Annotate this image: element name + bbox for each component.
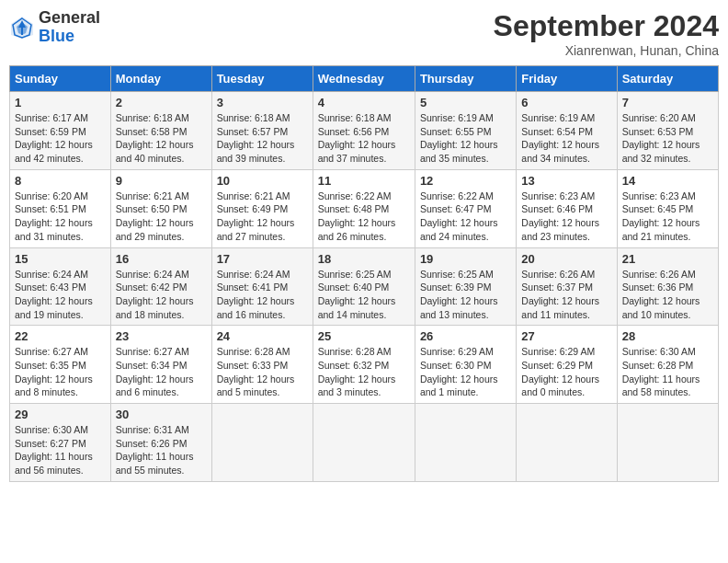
weekday-header-row: SundayMondayTuesdayWednesdayThursdayFrid… (10, 66, 719, 92)
calendar-cell (517, 404, 617, 482)
day-info: Sunrise: 6:24 AM Sunset: 6:42 PM Dayligh… (116, 268, 207, 322)
calendar-cell: 15Sunrise: 6:24 AM Sunset: 6:43 PM Dayli… (10, 247, 111, 326)
day-number: 7 (622, 96, 713, 109)
day-info: Sunrise: 6:26 AM Sunset: 6:36 PM Dayligh… (622, 268, 713, 322)
weekday-header: Wednesday (313, 66, 415, 92)
logo-text: General Blue (39, 9, 100, 46)
day-number: 24 (217, 329, 308, 343)
day-number: 30 (116, 408, 207, 421)
day-info: Sunrise: 6:24 AM Sunset: 6:41 PM Dayligh… (217, 268, 308, 322)
calendar-week-row: 1Sunrise: 6:17 AM Sunset: 6:59 PM Daylig… (10, 92, 719, 170)
day-number: 21 (622, 252, 713, 266)
logo-icon (9, 15, 35, 40)
weekday-header: Tuesday (211, 66, 313, 92)
location: Xianrenwan, Hunan, China (494, 43, 719, 58)
calendar-cell: 5Sunrise: 6:19 AM Sunset: 6:55 PM Daylig… (415, 92, 516, 170)
title-block: September 2024 Xianrenwan, Hunan, China (494, 9, 719, 58)
calendar-cell: 1Sunrise: 6:17 AM Sunset: 6:59 PM Daylig… (10, 92, 111, 170)
calendar-cell: 24Sunrise: 6:28 AM Sunset: 6:33 PM Dayli… (211, 326, 313, 404)
day-info: Sunrise: 6:18 AM Sunset: 6:57 PM Dayligh… (217, 111, 308, 166)
day-number: 17 (217, 252, 308, 266)
weekday-header: Saturday (617, 66, 718, 92)
day-number: 20 (521, 252, 611, 266)
day-number: 8 (15, 174, 106, 188)
day-number: 27 (521, 329, 611, 343)
day-info: Sunrise: 6:22 AM Sunset: 6:48 PM Dayligh… (318, 190, 410, 244)
day-number: 3 (217, 96, 308, 109)
day-info: Sunrise: 6:18 AM Sunset: 6:56 PM Dayligh… (318, 111, 410, 166)
calendar-cell: 2Sunrise: 6:18 AM Sunset: 6:58 PM Daylig… (110, 92, 211, 170)
calendar-cell (415, 404, 516, 482)
calendar-cell: 25Sunrise: 6:28 AM Sunset: 6:32 PM Dayli… (313, 326, 415, 404)
day-number: 15 (15, 252, 106, 266)
day-info: Sunrise: 6:30 AM Sunset: 6:27 PM Dayligh… (15, 423, 106, 477)
day-number: 18 (318, 252, 410, 266)
calendar-week-row: 22Sunrise: 6:27 AM Sunset: 6:35 PM Dayli… (10, 326, 719, 404)
day-info: Sunrise: 6:17 AM Sunset: 6:59 PM Dayligh… (15, 111, 106, 166)
weekday-header: Monday (110, 66, 211, 92)
calendar-cell: 9Sunrise: 6:21 AM Sunset: 6:50 PM Daylig… (110, 169, 211, 247)
day-number: 13 (521, 174, 611, 188)
day-number: 16 (116, 252, 207, 266)
day-info: Sunrise: 6:29 AM Sunset: 6:30 PM Dayligh… (420, 345, 511, 399)
day-info: Sunrise: 6:18 AM Sunset: 6:58 PM Dayligh… (116, 111, 207, 166)
calendar-cell: 29Sunrise: 6:30 AM Sunset: 6:27 PM Dayli… (10, 404, 111, 482)
calendar-cell: 12Sunrise: 6:22 AM Sunset: 6:47 PM Dayli… (415, 169, 516, 247)
day-info: Sunrise: 6:23 AM Sunset: 6:45 PM Dayligh… (622, 190, 713, 244)
day-info: Sunrise: 6:28 AM Sunset: 6:33 PM Dayligh… (217, 345, 308, 399)
calendar-cell: 4Sunrise: 6:18 AM Sunset: 6:56 PM Daylig… (313, 92, 415, 170)
day-number: 2 (116, 96, 207, 109)
calendar-cell: 10Sunrise: 6:21 AM Sunset: 6:49 PM Dayli… (211, 169, 313, 247)
day-number: 25 (318, 329, 410, 343)
calendar-cell (617, 404, 718, 482)
calendar-cell: 17Sunrise: 6:24 AM Sunset: 6:41 PM Dayli… (211, 247, 313, 326)
day-info: Sunrise: 6:21 AM Sunset: 6:50 PM Dayligh… (116, 190, 207, 244)
weekday-header: Thursday (415, 66, 516, 92)
calendar-table: SundayMondayTuesdayWednesdayThursdayFrid… (9, 65, 719, 482)
month-title: September 2024 (494, 9, 719, 43)
calendar-cell: 13Sunrise: 6:23 AM Sunset: 6:46 PM Dayli… (517, 169, 617, 247)
day-info: Sunrise: 6:24 AM Sunset: 6:43 PM Dayligh… (15, 268, 106, 322)
calendar-week-row: 15Sunrise: 6:24 AM Sunset: 6:43 PM Dayli… (10, 247, 719, 326)
day-info: Sunrise: 6:31 AM Sunset: 6:26 PM Dayligh… (116, 423, 207, 477)
day-info: Sunrise: 6:26 AM Sunset: 6:37 PM Dayligh… (521, 268, 611, 322)
day-number: 29 (15, 408, 106, 421)
day-number: 1 (15, 96, 106, 109)
day-info: Sunrise: 6:20 AM Sunset: 6:53 PM Dayligh… (622, 111, 713, 166)
calendar-cell: 14Sunrise: 6:23 AM Sunset: 6:45 PM Dayli… (617, 169, 718, 247)
day-info: Sunrise: 6:27 AM Sunset: 6:35 PM Dayligh… (15, 345, 106, 399)
calendar-cell: 6Sunrise: 6:19 AM Sunset: 6:54 PM Daylig… (517, 92, 617, 170)
day-info: Sunrise: 6:21 AM Sunset: 6:49 PM Dayligh… (217, 190, 308, 244)
day-number: 19 (420, 252, 511, 266)
day-info: Sunrise: 6:22 AM Sunset: 6:47 PM Dayligh… (420, 190, 511, 244)
day-info: Sunrise: 6:19 AM Sunset: 6:55 PM Dayligh… (420, 111, 511, 166)
calendar-cell: 28Sunrise: 6:30 AM Sunset: 6:28 PM Dayli… (617, 326, 718, 404)
day-info: Sunrise: 6:28 AM Sunset: 6:32 PM Dayligh… (318, 345, 410, 399)
calendar-week-row: 8Sunrise: 6:20 AM Sunset: 6:51 PM Daylig… (10, 169, 719, 247)
calendar-cell: 21Sunrise: 6:26 AM Sunset: 6:36 PM Dayli… (617, 247, 718, 326)
page-header: General Blue September 2024 Xianrenwan, … (9, 9, 719, 58)
calendar-cell: 16Sunrise: 6:24 AM Sunset: 6:42 PM Dayli… (110, 247, 211, 326)
day-number: 23 (116, 329, 207, 343)
day-number: 4 (318, 96, 410, 109)
day-number: 22 (15, 329, 106, 343)
calendar-cell: 8Sunrise: 6:20 AM Sunset: 6:51 PM Daylig… (10, 169, 111, 247)
calendar-cell: 18Sunrise: 6:25 AM Sunset: 6:40 PM Dayli… (313, 247, 415, 326)
day-info: Sunrise: 6:19 AM Sunset: 6:54 PM Dayligh… (521, 111, 611, 166)
calendar-cell: 20Sunrise: 6:26 AM Sunset: 6:37 PM Dayli… (517, 247, 617, 326)
day-number: 9 (116, 174, 207, 188)
day-number: 10 (217, 174, 308, 188)
day-number: 14 (622, 174, 713, 188)
day-info: Sunrise: 6:29 AM Sunset: 6:29 PM Dayligh… (521, 345, 611, 399)
logo: General Blue (9, 9, 100, 46)
day-number: 28 (622, 329, 713, 343)
day-info: Sunrise: 6:25 AM Sunset: 6:39 PM Dayligh… (420, 268, 511, 322)
day-number: 26 (420, 329, 511, 343)
day-number: 6 (521, 96, 611, 109)
calendar-cell (211, 404, 313, 482)
calendar-cell: 23Sunrise: 6:27 AM Sunset: 6:34 PM Dayli… (110, 326, 211, 404)
day-number: 12 (420, 174, 511, 188)
weekday-header: Sunday (10, 66, 111, 92)
calendar-cell (313, 404, 415, 482)
calendar-cell: 27Sunrise: 6:29 AM Sunset: 6:29 PM Dayli… (517, 326, 617, 404)
